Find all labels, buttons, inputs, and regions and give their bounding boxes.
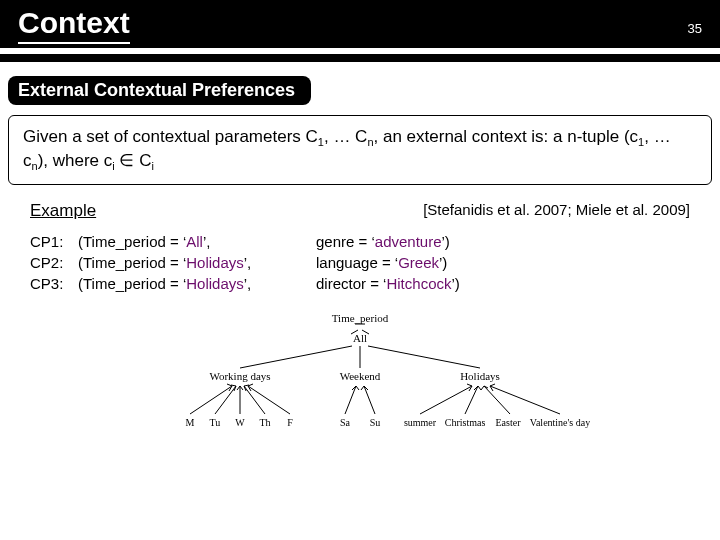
tree-mid-0: Working days: [209, 370, 270, 382]
example-heading: Example: [30, 201, 96, 221]
tree-root-label: Time_period: [332, 312, 389, 324]
slide-content: External Contextual Preferences Given a …: [0, 62, 720, 450]
tree-leaf-weekend-0: Sa: [340, 417, 351, 428]
svg-line-11: [345, 386, 356, 414]
tree-svg: Time_period All Working days Weekend Hol…: [130, 310, 590, 450]
definition-text: Given a set of contextual parameters C1,…: [23, 127, 671, 170]
svg-line-3: [240, 346, 352, 368]
cp-row-3: CP3: (Time_period = ‘Holidays’, director…: [30, 273, 690, 294]
tree-leaf-hol-0: summer: [404, 417, 437, 428]
cp-list: CP1: (Time_period = ‘All’, genre = ‘adve…: [8, 231, 712, 304]
tree-leaf-hol-2: Easter: [496, 417, 522, 428]
tree-leaf-work-3: Th: [259, 417, 270, 428]
tree-top-node: All: [353, 332, 367, 344]
tree-leaf-work-4: F: [287, 417, 293, 428]
section-heading: External Contextual Preferences: [8, 76, 311, 105]
tree-leaf-hol-3: Valentine's day: [530, 417, 590, 428]
definition-box: Given a set of contextual parameters C1,…: [8, 115, 712, 185]
cp-row-2: CP2: (Time_period = ‘Holidays’, language…: [30, 252, 690, 273]
tree-mid-1: Weekend: [340, 370, 381, 382]
svg-line-15: [484, 386, 510, 414]
tree-leaf-work-2: W: [235, 417, 245, 428]
cp-row-1: CP1: (Time_period = ‘All’, genre = ‘adve…: [30, 231, 690, 252]
title-bar: Context 35: [0, 0, 720, 48]
citation: [Stefanidis et al. 2007; Miele et al. 20…: [423, 201, 690, 221]
example-row: Example [Stefanidis et al. 2007; Miele e…: [8, 201, 712, 231]
svg-line-14: [465, 386, 478, 414]
svg-line-13: [420, 386, 472, 414]
tree-leaf-work-1: Tu: [210, 417, 221, 428]
tree-leaf-hol-1: Christmas: [445, 417, 486, 428]
tree-leaf-weekend-1: Su: [370, 417, 381, 428]
tree-mid-2: Holidays: [460, 370, 500, 382]
title-underline: [0, 54, 720, 62]
tree-diagram: Time_period All Working days Weekend Hol…: [8, 304, 712, 450]
svg-line-16: [490, 386, 560, 414]
svg-line-12: [364, 386, 375, 414]
svg-line-5: [368, 346, 480, 368]
slide-title: Context: [18, 6, 130, 44]
tree-leaf-work-0: M: [186, 417, 195, 428]
page-number: 35: [688, 21, 702, 36]
